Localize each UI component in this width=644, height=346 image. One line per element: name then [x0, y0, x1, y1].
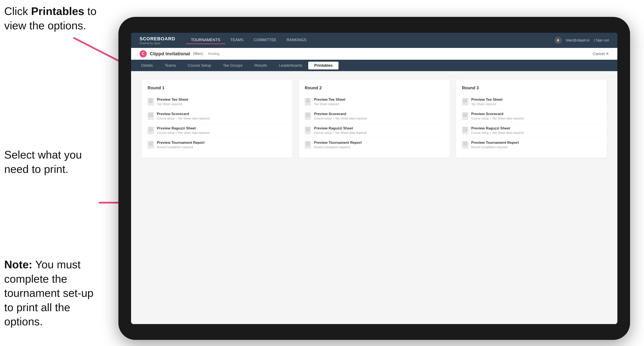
item-title: Preview Tee Sheet: [157, 98, 188, 102]
round1-tournament-report[interactable]: Preview Tournament Report Round Completi…: [148, 138, 286, 152]
tablet-screen: SCOREBOARD Powered by clippd TOURNAMENTS…: [131, 33, 617, 324]
item-subtitle: Course setup + Tee Sheet data required: [314, 117, 366, 120]
tournament-name-text: Clippd Invitational: [150, 51, 190, 57]
tab-tee-groups[interactable]: Tee Groups: [217, 62, 248, 69]
tablet-frame: SCOREBOARD Powered by clippd TOURNAMENTS…: [118, 17, 630, 340]
item-subtitle: Course setup + Tee Sheet data required: [314, 131, 366, 135]
item-subtitle: Course setup + Tee Sheet data required: [471, 131, 524, 135]
round2-scorecard[interactable]: Preview Scorecard Course setup + Tee She…: [305, 109, 444, 123]
round3-tournament-report[interactable]: Preview Tournament Report Round Completi…: [462, 138, 601, 152]
c-logo: C: [140, 50, 147, 57]
item-title: Preview Raguzzi Sheet: [157, 126, 209, 131]
annotation-mid: Select what you need to print.: [4, 148, 102, 176]
round-1-title: Round 1: [148, 85, 286, 90]
item-subtitle: Tee Sheet required: [471, 102, 502, 106]
rounds-grid: Round 1 Preview Tee Sheet Tee Sheet requ…: [142, 80, 607, 158]
doc-icon: [305, 112, 311, 120]
annotation-top: Click Printables toview the options.: [4, 4, 96, 33]
annotation-bot: Note: You mustcomplete thetournament set…: [4, 258, 102, 329]
item-title: Preview Scorecard: [471, 112, 524, 116]
logo-sub: Powered by clippd: [140, 42, 175, 45]
doc-icon: [305, 141, 311, 149]
item-title: Preview Scorecard: [314, 112, 366, 116]
item-subtitle: Round Completion required: [157, 146, 204, 149]
item-subtitle: Round Completion required: [471, 146, 519, 149]
tab-course-setup[interactable]: Course Setup: [182, 62, 217, 69]
item-subtitle: Round Completion required: [314, 146, 362, 149]
item-title: Preview Tee Sheet: [314, 98, 345, 102]
hosting-badge: Hosting: [208, 52, 220, 56]
doc-icon: [462, 112, 468, 120]
item-title: Preview Raguzzi Sheet: [471, 126, 524, 131]
doc-icon: [462, 98, 468, 106]
item-title: Preview Tee Sheet: [471, 98, 502, 102]
user-email: blair@clippd.io: [566, 38, 590, 42]
round3-tee-sheet[interactable]: Preview Tee Sheet Tee Sheet required: [462, 95, 601, 109]
round1-scorecard[interactable]: Preview Scorecard Course setup + Tee She…: [148, 109, 286, 123]
round-2-title: Round 2: [305, 85, 444, 90]
item-title: Preview Scorecard: [157, 112, 209, 116]
nav-link-committee[interactable]: COMMITTEE: [249, 36, 282, 44]
doc-icon: [148, 98, 154, 106]
round2-raguzzi[interactable]: Preview Raguzzi Sheet Course setup + Tee…: [305, 123, 444, 138]
nav-link-rankings[interactable]: RANKINGS: [282, 36, 312, 44]
scoreboard-logo: SCOREBOARD Powered by clippd: [140, 36, 175, 45]
tab-leaderboards[interactable]: Leaderboards: [273, 62, 308, 69]
item-subtitle: Course setup + Tee Sheet data required: [157, 117, 209, 120]
doc-icon: [148, 112, 154, 120]
sub-header: C Clippd Invitational (Men) Hosting Canc…: [131, 48, 617, 60]
doc-icon: [305, 127, 311, 134]
sign-out-link[interactable]: | Sign out: [594, 38, 609, 42]
doc-icon: [148, 127, 154, 134]
round3-raguzzi[interactable]: Preview Raguzzi Sheet Course setup + Tee…: [462, 123, 601, 138]
round-3-title: Round 3: [462, 85, 601, 90]
tab-details[interactable]: Details: [135, 62, 159, 69]
cancel-button[interactable]: Cancel ✕: [593, 51, 609, 56]
item-title: Preview Tournament Report: [314, 141, 362, 145]
item-title: Preview Raguzzi Sheet: [314, 126, 366, 131]
top-nav: SCOREBOARD Powered by clippd TOURNAMENTS…: [131, 33, 617, 48]
round-1-section: Round 1 Preview Tee Sheet Tee Sheet requ…: [142, 80, 292, 158]
round1-tee-sheet[interactable]: Preview Tee Sheet Tee Sheet required: [148, 95, 286, 109]
doc-icon: [462, 141, 468, 149]
item-subtitle: Tee Sheet required: [314, 102, 345, 106]
item-subtitle: Course setup + Tee Sheet data required: [471, 117, 524, 120]
item-title: Preview Tournament Report: [471, 141, 519, 145]
round-2-section: Round 2 Preview Tee Sheet Tee Sheet requ…: [299, 80, 450, 158]
nav-link-teams[interactable]: TEAMS: [226, 36, 249, 44]
doc-icon: [462, 127, 468, 134]
tab-results[interactable]: Results: [248, 62, 273, 69]
nav-link-tournaments[interactable]: TOURNAMENTS: [186, 36, 226, 44]
item-subtitle: Course setup + Tee Sheet data required: [157, 131, 209, 135]
round-3-section: Round 3 Preview Tee Sheet Tee Sheet requ…: [456, 80, 607, 158]
doc-icon: [305, 98, 311, 106]
main-content: Round 1 Preview Tee Sheet Tee Sheet requ…: [131, 71, 617, 324]
item-subtitle: Tee Sheet required: [157, 102, 188, 106]
item-title: Preview Tournament Report: [157, 141, 204, 145]
tab-printables[interactable]: Printables: [308, 62, 338, 69]
annotation-note-bold: Note:: [4, 258, 32, 271]
logo-title: SCOREBOARD: [140, 36, 175, 42]
tab-teams[interactable]: Teams: [159, 62, 182, 69]
top-nav-links: TOURNAMENTS TEAMS COMMITTEE RANKINGS: [186, 36, 554, 44]
top-nav-right: B blair@clippd.io | Sign out: [554, 37, 609, 44]
round2-tournament-report[interactable]: Preview Tournament Report Round Completi…: [305, 138, 444, 152]
tab-bar: Details Teams Course Setup Tee Groups Re…: [131, 60, 617, 71]
user-avatar: B: [554, 37, 562, 44]
round2-tee-sheet[interactable]: Preview Tee Sheet Tee Sheet required: [305, 95, 444, 109]
round1-raguzzi[interactable]: Preview Raguzzi Sheet Course setup + Tee…: [148, 123, 286, 138]
round3-scorecard[interactable]: Preview Scorecard Course setup + Tee She…: [462, 109, 601, 123]
tournament-badge: (Men): [193, 51, 203, 56]
annotation-bold: Printables: [31, 5, 84, 17]
doc-icon: [148, 141, 154, 149]
tournament-info: C Clippd Invitational (Men) Hosting: [140, 50, 220, 57]
